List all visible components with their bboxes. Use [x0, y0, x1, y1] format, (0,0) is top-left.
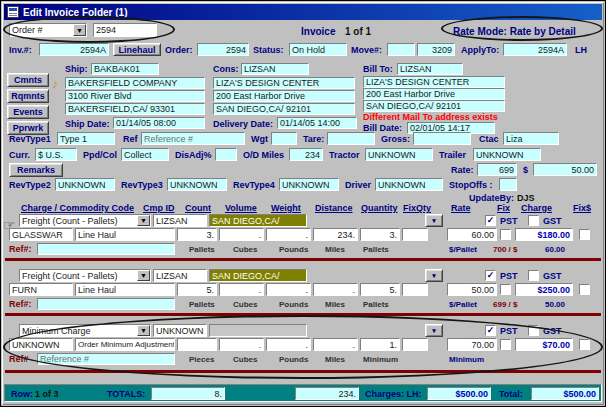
- revtype2-field[interactable]: UNKNOWN: [55, 178, 115, 191]
- stopoffs-field[interactable]: [499, 178, 517, 191]
- rate-amount-field[interactable]: 50.00: [533, 163, 597, 176]
- commodity-code-field[interactable]: GLASSWAR: [9, 228, 73, 241]
- requirements-button[interactable]: Rqmnts: [7, 89, 49, 103]
- ctac-field[interactable]: Liza: [503, 132, 559, 145]
- rate-lookup-button[interactable]: ▾: [425, 214, 443, 227]
- charge-type-combo[interactable]: Minimum Charge ▼: [19, 324, 151, 337]
- gst-checkbox[interactable]: [528, 270, 539, 281]
- destination-field[interactable]: SAN DIEGO,CA/: [209, 214, 307, 227]
- move-code-field[interactable]: 3209: [417, 43, 455, 56]
- linehaul-button[interactable]: Linehaul: [113, 43, 161, 56]
- events-button[interactable]: Events: [7, 105, 49, 119]
- rate-field[interactable]: 50.00: [447, 283, 497, 296]
- tare-field[interactable]: [327, 132, 375, 145]
- inv-number-field[interactable]: 2594A: [39, 43, 109, 56]
- paperwork-button[interactable]: Pprwrk: [7, 121, 49, 135]
- cmp-id-field[interactable]: LIZSAN: [153, 269, 207, 282]
- order-field[interactable]: 2594: [197, 43, 249, 56]
- fixqty-field[interactable]: [402, 338, 428, 351]
- rate-lookup-button[interactable]: ▾: [425, 324, 443, 337]
- quantity-field[interactable]: 3.: [360, 228, 400, 241]
- fixqty-field[interactable]: [402, 283, 428, 296]
- volume-field[interactable]: .: [219, 228, 264, 241]
- fix-checkbox[interactable]: [500, 339, 511, 350]
- rate-field[interactable]: 699: [477, 163, 517, 176]
- charge-field[interactable]: $70.00: [515, 338, 573, 351]
- remarks-button[interactable]: Remarks: [9, 163, 63, 177]
- pst-checkbox[interactable]: ✓: [485, 325, 496, 336]
- charge-type-combo[interactable]: Freight (Count - Pallets) ▼: [19, 214, 151, 227]
- ref-number-field[interactable]: [37, 298, 175, 310]
- ship-name-field[interactable]: BAKERSFIELD COMPANY: [65, 77, 205, 89]
- weight-field[interactable]: .: [266, 338, 311, 351]
- weight-field[interactable]: .: [266, 228, 311, 241]
- distance-field[interactable]: .: [313, 338, 358, 351]
- description-field[interactable]: Line Haul: [75, 228, 175, 241]
- fixqty-field[interactable]: [402, 228, 428, 241]
- tractor-field[interactable]: UNKNOWN: [365, 148, 433, 161]
- revtype4-field[interactable]: UNKNOWN: [279, 178, 339, 191]
- chevron-down-icon[interactable]: ▼: [137, 215, 150, 226]
- charge-field[interactable]: $180.00: [515, 228, 573, 241]
- cmp-id-field[interactable]: UNKNOWN: [153, 324, 207, 337]
- destination-field[interactable]: SAN DIEGO,CA/: [209, 269, 307, 282]
- cons-address-field[interactable]: 200 East Harbor Drive: [213, 90, 355, 102]
- ship-date-field[interactable]: 01/14/05 08:00: [113, 117, 205, 129]
- chevron-down-icon[interactable]: ▼: [73, 24, 86, 36]
- fixs-checkbox[interactable]: [579, 284, 590, 295]
- ship-code-field[interactable]: BAKBAK01: [91, 63, 159, 75]
- billto-address-field[interactable]: 200 East Harbor Drive: [363, 88, 505, 100]
- cons-name-field[interactable]: LIZA'S DESIGN CENTER: [213, 77, 355, 89]
- applyto-field[interactable]: 2594A: [503, 43, 567, 56]
- count-field[interactable]: 3.: [177, 228, 217, 241]
- fixs-checkbox[interactable]: [579, 339, 590, 350]
- comments-button[interactable]: Cmnts: [7, 73, 49, 87]
- distance-field[interactable]: .: [313, 283, 358, 296]
- fix-checkbox[interactable]: [500, 284, 511, 295]
- pst-checkbox[interactable]: ✓: [485, 270, 496, 281]
- cons-code-field[interactable]: LIZSAN: [241, 63, 309, 75]
- disadj-field[interactable]: [215, 148, 237, 161]
- fix-checkbox[interactable]: [500, 229, 511, 240]
- curr-field[interactable]: $ U.S.: [35, 148, 77, 161]
- delivery-date-field[interactable]: 01/14/05 14:00: [277, 117, 357, 129]
- chevron-down-icon[interactable]: ▼: [137, 270, 150, 281]
- status-field[interactable]: On Hold: [289, 43, 347, 56]
- ship-address-field[interactable]: 3100 River Blvd: [65, 90, 205, 102]
- description-field[interactable]: Line Haul: [75, 283, 175, 296]
- pst-checkbox[interactable]: ✓: [485, 215, 496, 226]
- billto-name-field[interactable]: LIZA'S DESIGN CENTER: [363, 76, 505, 88]
- description-field[interactable]: Order Minimum Adjustment: [75, 338, 175, 351]
- ref-number-field[interactable]: [37, 243, 175, 255]
- move-number-field[interactable]: [387, 43, 415, 56]
- ship-city-field[interactable]: BAKERSFIELD,CA/ 93301: [65, 103, 205, 115]
- fixs-checkbox[interactable]: [579, 229, 590, 240]
- charge-field[interactable]: $250.00: [515, 283, 573, 296]
- wgt-field[interactable]: [271, 132, 297, 145]
- weight-field[interactable]: .: [266, 283, 311, 296]
- revtype3-field[interactable]: UNKNOWN: [167, 178, 227, 191]
- ref-field[interactable]: Reference #: [141, 132, 245, 145]
- quantity-field[interactable]: 1.: [360, 338, 400, 351]
- ref-number-field[interactable]: Reference #: [37, 353, 175, 365]
- billto-city-field[interactable]: SAN DIEGO,CA/ 92101: [363, 100, 505, 112]
- odmiles-field[interactable]: 234: [289, 148, 323, 161]
- trailer-field[interactable]: UNKNOWN: [473, 148, 541, 161]
- ppdcol-field[interactable]: Collect: [121, 148, 169, 161]
- quantity-field[interactable]: 5.: [360, 283, 400, 296]
- rate-lookup-button[interactable]: ▾: [425, 269, 443, 282]
- distance-field[interactable]: 234.: [313, 228, 358, 241]
- charge-type-combo[interactable]: Freight (Count - Pallets) ▼: [19, 269, 151, 282]
- count-field[interactable]: 5.: [177, 283, 217, 296]
- billto-code-field[interactable]: LIZSAN: [397, 63, 463, 75]
- gross-field[interactable]: [413, 132, 471, 145]
- cmp-id-field[interactable]: LIZSAN: [153, 214, 207, 227]
- rate-field[interactable]: 60.00: [447, 228, 497, 241]
- cons-city-field[interactable]: SAN DIEGO,CA/ 92101: [213, 103, 355, 115]
- driver-field[interactable]: UNKNOWN: [375, 178, 443, 191]
- rate-field[interactable]: 70.00: [447, 338, 497, 351]
- chevron-down-icon[interactable]: ▼: [137, 325, 150, 336]
- volume-field[interactable]: .: [219, 283, 264, 296]
- volume-field[interactable]: .: [219, 338, 264, 351]
- gst-checkbox[interactable]: [528, 215, 539, 226]
